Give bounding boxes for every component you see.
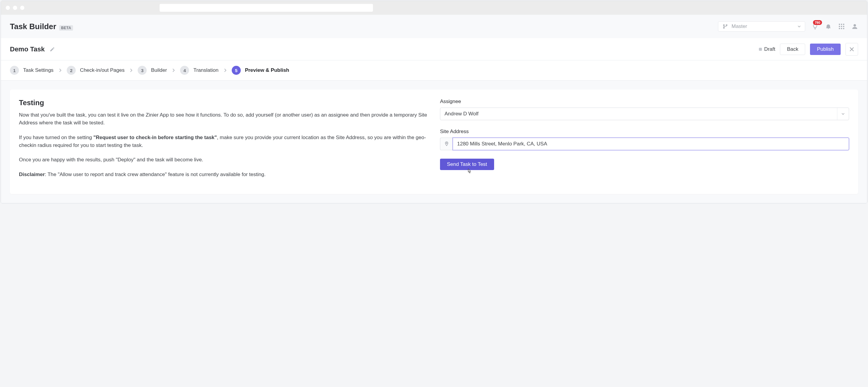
step-number: 5 (232, 66, 241, 75)
text-bold: Disclaimer (19, 171, 45, 177)
chevron-right-icon (224, 68, 226, 72)
testing-p2: If you have turned on the setting "Reque… (19, 134, 428, 150)
app-header: Task Builder BETA Master 780 (1, 15, 867, 38)
svg-rect-6 (839, 26, 840, 27)
map-pin-icon (440, 138, 453, 150)
cursor-pointer-icon (467, 168, 472, 174)
step-number: 1 (10, 66, 19, 75)
svg-rect-10 (841, 28, 842, 29)
svg-point-13 (446, 142, 447, 143)
step-translation[interactable]: 4 Translation (180, 66, 218, 75)
text-bold: "Request user to check-in before startin… (93, 135, 217, 140)
step-number: 2 (67, 66, 76, 75)
testing-p1: Now that you've built the task, you can … (19, 111, 428, 127)
window-dot (6, 6, 10, 10)
step-checkin-pages[interactable]: 2 Check-in/out Pages (67, 66, 124, 75)
svg-rect-3 (839, 24, 840, 25)
branch-select[interactable]: Master (718, 21, 805, 32)
caret-down-icon (798, 26, 801, 27)
svg-rect-7 (841, 26, 842, 27)
task-title: Demo Task (10, 45, 45, 53)
svg-rect-8 (843, 26, 844, 27)
step-label: Check-in/out Pages (80, 67, 124, 73)
svg-point-0 (723, 25, 725, 26)
site-address-label: Site Address (440, 129, 849, 135)
step-label: Translation (193, 67, 218, 73)
svg-point-1 (723, 27, 725, 29)
step-label: Preview & Publish (245, 67, 289, 73)
svg-rect-11 (843, 28, 844, 29)
caret-down-icon (837, 108, 844, 120)
window-dot (13, 6, 17, 10)
back-button[interactable]: Back (780, 43, 805, 55)
branch-icon (722, 24, 728, 29)
svg-rect-5 (843, 24, 844, 25)
bell-button[interactable] (825, 23, 832, 30)
step-builder[interactable]: 3 Builder (138, 66, 167, 75)
omnibox[interactable] (160, 4, 373, 12)
edit-task-name-button[interactable] (50, 46, 55, 52)
lightbulb-button[interactable]: 780 (812, 23, 818, 30)
status-dot (759, 48, 762, 51)
assignee-label: Assignee (440, 99, 849, 104)
assignee-select[interactable]: Andrew D Wolf (440, 107, 849, 120)
main-content: Testing Now that you've built the task, … (1, 80, 867, 203)
stepper: 1 Task Settings 2 Check-in/out Pages 3 B… (1, 60, 867, 80)
status-label: Draft (764, 46, 775, 52)
assignee-value: Andrew D Wolf (444, 111, 478, 117)
notification-badge: 780 (813, 20, 822, 25)
step-label: Builder (151, 67, 167, 73)
testing-p4: Disclaimer: The "Allow user to report an… (19, 171, 428, 179)
publish-button[interactable]: Publish (810, 43, 841, 55)
testing-card: Testing Now that you've built the task, … (10, 90, 858, 194)
browser-chrome (1, 1, 867, 15)
status-indicator: Draft (759, 46, 775, 52)
step-task-settings[interactable]: 1 Task Settings (10, 66, 54, 75)
app-title: Task Builder (10, 22, 56, 31)
step-preview-publish[interactable]: 5 Preview & Publish (232, 66, 289, 75)
step-number: 4 (180, 66, 189, 75)
profile-button[interactable] (851, 23, 858, 30)
beta-badge: BETA (59, 25, 73, 31)
close-button[interactable] (845, 43, 858, 56)
svg-point-2 (726, 25, 727, 26)
window-dot (20, 6, 24, 10)
apps-grid-button[interactable] (838, 23, 845, 30)
text: If you have turned on the setting (19, 135, 93, 140)
testing-title: Testing (19, 99, 428, 107)
svg-rect-9 (839, 28, 840, 29)
svg-point-12 (854, 24, 856, 27)
task-bar: Demo Task Draft Back Publish (1, 38, 867, 60)
svg-rect-4 (841, 24, 842, 25)
site-address-input[interactable] (453, 138, 849, 150)
chevron-right-icon (172, 68, 175, 72)
branch-label: Master (732, 24, 747, 29)
testing-p3: Once you are happy with the results, pus… (19, 156, 428, 164)
step-number: 3 (138, 66, 147, 75)
chevron-right-icon (59, 68, 61, 72)
step-label: Task Settings (23, 67, 54, 73)
chevron-right-icon (130, 68, 132, 72)
text: : The "Allow user to report and track cr… (45, 171, 266, 177)
